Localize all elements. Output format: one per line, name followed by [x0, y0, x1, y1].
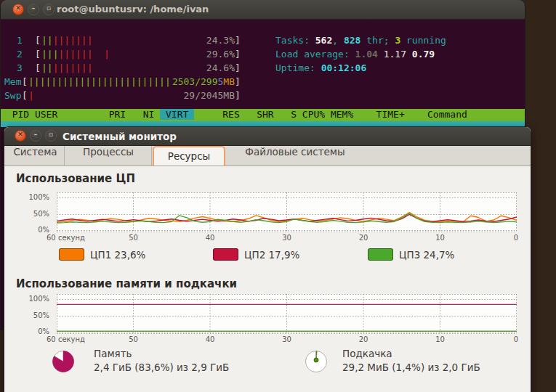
memory-chart-plot — [57, 294, 517, 334]
uptime-line: Uptime: 00:12:06 — [275, 61, 366, 75]
cpu3-color-swatch — [368, 248, 393, 261]
y-axis-label: 100% — [28, 193, 49, 202]
monitor-titlebar[interactable]: ✕ – ▫ Системный монитор — [4, 127, 531, 146]
x-axis-label: 60 секунд — [47, 335, 85, 345]
memory-chart-y-labels: 100%50%0% — [4, 294, 53, 334]
x-axis-label: 20 — [359, 234, 368, 243]
cpu1-meter: 1[|||||||||24.3%] — [1, 33, 249, 47]
monitor-title: Системный монитор — [63, 131, 177, 142]
cpu1-color-swatch — [59, 248, 84, 261]
x-axis-label: 10 — [435, 335, 445, 345]
cpu-legend: ЦП1 23,6% ЦП2 17,9% ЦП3 24,7% — [4, 248, 532, 262]
legend-item-cpu2: ЦП2 17,9% — [213, 248, 299, 261]
minimize-icon: – — [28, 4, 39, 15]
terminal-maximize-button[interactable]: ▫ — [43, 4, 55, 15]
tab-processes[interactable]: Процессы — [65, 146, 152, 166]
x-axis-label: 50 — [129, 234, 138, 243]
resources-tab-content: Использование ЦП 100%50%0% 60 секунд5040… — [4, 166, 531, 392]
cpu-chart-y-labels: 100%50%0% — [4, 192, 53, 232]
x-axis-label: 50 — [129, 335, 138, 345]
minimize-icon: – — [31, 131, 41, 141]
terminal-titlebar[interactable]: ✕ – ▫ root@ubuntusrv: /home/ivan — [1, 0, 525, 20]
close-icon: ✕ — [15, 131, 25, 141]
x-axis-label: 60 секунд — [47, 234, 85, 243]
legend-item-cpu1: ЦП1 23,6% — [59, 248, 145, 261]
memory-chart-x-labels: 60 секунд50403020100 — [57, 335, 517, 346]
memory-pie-icon — [52, 350, 75, 373]
close-icon: ✕ — [13, 4, 23, 15]
desktop: { "terminal": { "window_title": "root@ub… — [0, 0, 556, 392]
tab-filesystems[interactable]: Файловые системы — [227, 146, 363, 166]
tab-system[interactable]: Система — [7, 146, 65, 166]
memory-name: Память — [94, 348, 132, 359]
x-axis-label: 20 — [359, 335, 368, 345]
x-axis-label: 30 — [282, 234, 291, 243]
tab-resources[interactable]: Ресурсы — [153, 146, 225, 166]
cpu3-legend-label: ЦП3 24,7% — [399, 249, 454, 261]
x-axis-label: 0 — [514, 234, 518, 243]
x-axis-label: 10 — [435, 234, 445, 243]
cpu3-meter: 3[|||||||||24.6%] — [1, 61, 249, 75]
cpu-chart-plot — [57, 192, 517, 232]
y-axis-label: 100% — [28, 295, 49, 303]
swap-name: Подкачка — [342, 348, 392, 359]
terminal-close-button[interactable]: ✕ — [12, 4, 24, 15]
y-axis-label: 50% — [33, 210, 49, 219]
y-axis-label: 50% — [33, 311, 49, 320]
cpu-chart-x-labels: 60 секунд50403020100 — [57, 234, 517, 244]
memory-meter: Mem[|||||||||||||||||||||||||2503/2995MB… — [1, 75, 249, 89]
tasks-line: Tasks: 562, 828 thr; 3 running — [275, 33, 446, 47]
x-axis-label: 0 — [514, 335, 518, 345]
legend-item-cpu3: ЦП3 24,7% — [368, 248, 454, 261]
x-axis-label: 30 — [282, 335, 291, 345]
monitor-maximize-button[interactable]: ▫ — [45, 130, 57, 142]
terminal-minimize-button[interactable]: – — [28, 4, 39, 15]
cpu2-color-swatch — [213, 248, 238, 261]
cpu-section-title: Использование ЦП — [16, 172, 135, 185]
monitor-minimize-button[interactable]: – — [30, 130, 41, 142]
htop-header-row[interactable]: PID USER PRI NI VIRT RES SHR S CPU% MEM%… — [1, 109, 525, 121]
swap-pie-icon — [305, 350, 328, 373]
cpu1-legend-label: ЦП1 23,6% — [90, 249, 145, 261]
swap-meter: Swp[|29/2045MB] — [1, 89, 249, 102]
terminal-title: root@ubuntusrv: /home/ivan — [57, 4, 209, 15]
memory-section-title: Использование памяти и подкачки — [16, 277, 237, 290]
load-average-line: Load average: 1.04 1.17 0.79 — [275, 47, 435, 61]
cpu2-meter: 2[||||||||| |29.6%] — [1, 47, 249, 61]
maximize-icon: ▫ — [46, 131, 56, 141]
swap-detail: 29,2 МиБ (1,4%) из 2,0 ГиБ — [342, 362, 480, 373]
maximize-icon: ▫ — [44, 4, 54, 15]
x-axis-label: 40 — [206, 335, 215, 345]
system-monitor-window: ✕ – ▫ Системный монитор Система Процессы… — [4, 126, 531, 392]
tab-bar: Система Процессы Ресурсы Файловые систем… — [4, 146, 531, 166]
memory-detail: 2,4 ГиБ (83,6%) из 2,9 ГиБ — [94, 362, 229, 373]
cpu2-legend-label: ЦП2 17,9% — [244, 249, 299, 261]
x-axis-label: 40 — [206, 234, 215, 243]
monitor-close-button[interactable]: ✕ — [15, 130, 26, 142]
